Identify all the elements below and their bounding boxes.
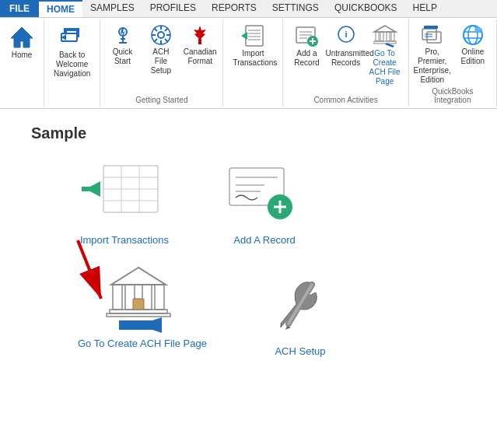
red-arrow-icon xyxy=(62,233,124,310)
add-a-record-ribbon-label: Add a Record xyxy=(291,49,322,68)
pro-premier-label: Pro, Premier, Enterprise, Edition xyxy=(414,47,451,85)
svg-rect-20 xyxy=(246,26,263,46)
svg-text:i: i xyxy=(345,30,347,39)
svg-line-15 xyxy=(154,28,157,31)
svg-point-10 xyxy=(158,32,164,38)
menu-home[interactable]: HOME xyxy=(39,0,82,17)
add-a-record-tile-label: Add A Record xyxy=(233,234,296,246)
svg-line-78 xyxy=(78,240,101,299)
home-button[interactable]: Home xyxy=(6,22,37,62)
svg-point-51 xyxy=(474,27,482,32)
menu-settings[interactable]: SETTINGS xyxy=(264,0,327,17)
online-edition-button[interactable]: Online Edition xyxy=(454,22,492,87)
canadian-format-label: Canadian Format xyxy=(184,47,217,66)
svg-line-18 xyxy=(154,39,157,42)
back-button[interactable]: Back to Welcome Navigation xyxy=(51,22,93,81)
svg-rect-36 xyxy=(376,32,379,41)
svg-rect-40 xyxy=(374,41,396,44)
ach-file-setup-button[interactable]: ACH File Setup xyxy=(143,22,179,96)
svg-marker-0 xyxy=(11,27,33,47)
svg-rect-38 xyxy=(387,32,390,41)
canadian-format-button[interactable]: Canadian Format xyxy=(182,22,218,96)
untransmitted-records-label: Untransmitted Records xyxy=(326,49,366,68)
go-to-create-ribbon-label: Go To Create ACH File Page xyxy=(369,49,401,86)
go-to-create-button[interactable]: Go To Create ACH File Page xyxy=(366,22,404,96)
common-activities-label: Common Activities xyxy=(288,96,403,104)
menu-quickbooks[interactable]: QUICKBOOKS xyxy=(327,0,405,17)
menu-profiles[interactable]: PROFILES xyxy=(142,0,204,17)
svg-rect-19 xyxy=(198,39,201,44)
quick-start-button[interactable]: Quick Start xyxy=(105,22,139,96)
home-label: Home xyxy=(12,51,33,60)
quick-start-label: Quick Start xyxy=(108,47,136,66)
untransmitted-records-button[interactable]: i Untransmitted Records xyxy=(327,22,364,96)
menu-help[interactable]: HELP xyxy=(405,0,445,17)
svg-rect-73 xyxy=(107,313,170,317)
page-title: Sample xyxy=(31,124,466,142)
svg-rect-74 xyxy=(133,299,144,310)
getting-started-label: Getting Started xyxy=(105,96,218,104)
svg-line-16 xyxy=(165,39,168,42)
svg-marker-35 xyxy=(374,26,396,32)
svg-rect-71 xyxy=(155,285,164,310)
svg-rect-43 xyxy=(427,32,441,43)
ach-file-setup-label: ACH File Setup xyxy=(146,47,176,75)
add-a-record-button[interactable]: Add a Record xyxy=(288,22,325,96)
import-transactions-button[interactable]: Import Transactions xyxy=(229,22,276,70)
ach-setup-tile-label: ACH Setup xyxy=(275,345,325,357)
import-transactions-ribbon-label: Import Transactions xyxy=(233,49,273,68)
go-to-create-tile-label: Go To Create ACH File Page xyxy=(78,338,207,349)
add-a-record-tile[interactable]: Add A Record xyxy=(218,158,311,246)
menu-reports[interactable]: REPORTS xyxy=(204,0,264,17)
svg-rect-37 xyxy=(380,32,383,41)
quickbooks-integration-label: QuickBooks Integration xyxy=(414,87,492,104)
menu-samples[interactable]: SAMPLES xyxy=(82,0,142,17)
svg-rect-59 xyxy=(82,187,100,191)
svg-marker-81 xyxy=(285,326,291,330)
svg-rect-39 xyxy=(391,32,394,41)
svg-rect-76 xyxy=(119,320,162,330)
ach-setup-tile[interactable]: ACH Setup xyxy=(254,269,347,357)
svg-marker-25 xyxy=(241,32,247,40)
pro-premier-button[interactable]: Pro, Premier, Enterprise, Edition xyxy=(414,22,451,87)
back-label: Back to Welcome Navigation xyxy=(54,51,90,79)
file-tab[interactable]: FILE xyxy=(0,0,39,17)
svg-rect-44 xyxy=(424,26,438,29)
online-edition-label: Online Edition xyxy=(457,47,488,66)
svg-line-17 xyxy=(165,28,168,31)
